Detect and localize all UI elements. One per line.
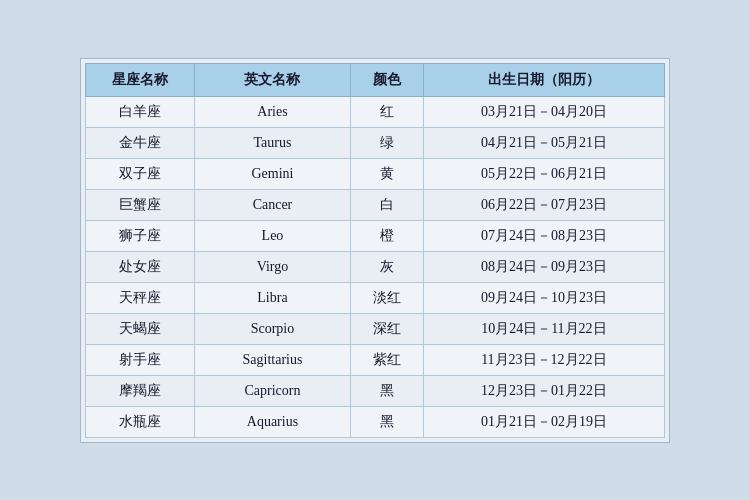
cell-chinese: 处女座: [86, 251, 195, 282]
cell-date: 10月24日－11月22日: [423, 313, 664, 344]
cell-chinese: 摩羯座: [86, 375, 195, 406]
zodiac-table: 星座名称 英文名称 颜色 出生日期（阳历） 白羊座Aries红03月21日－04…: [85, 63, 665, 438]
cell-date: 05月22日－06月21日: [423, 158, 664, 189]
cell-chinese: 白羊座: [86, 96, 195, 127]
cell-english: Leo: [194, 220, 351, 251]
cell-color: 白: [351, 189, 423, 220]
cell-english: Aquarius: [194, 406, 351, 437]
cell-date: 08月24日－09月23日: [423, 251, 664, 282]
cell-english: Taurus: [194, 127, 351, 158]
header-date: 出生日期（阳历）: [423, 63, 664, 96]
cell-chinese: 金牛座: [86, 127, 195, 158]
table-row: 水瓶座Aquarius黑01月21日－02月19日: [86, 406, 665, 437]
table-row: 摩羯座Capricorn黑12月23日－01月22日: [86, 375, 665, 406]
cell-english: Scorpio: [194, 313, 351, 344]
table-row: 白羊座Aries红03月21日－04月20日: [86, 96, 665, 127]
table-row: 金牛座Taurus绿04月21日－05月21日: [86, 127, 665, 158]
cell-english: Capricorn: [194, 375, 351, 406]
cell-color: 红: [351, 96, 423, 127]
cell-chinese: 狮子座: [86, 220, 195, 251]
cell-color: 黑: [351, 375, 423, 406]
header-chinese: 星座名称: [86, 63, 195, 96]
cell-color: 紫红: [351, 344, 423, 375]
cell-color: 黑: [351, 406, 423, 437]
cell-color: 淡红: [351, 282, 423, 313]
table-row: 天秤座Libra淡红09月24日－10月23日: [86, 282, 665, 313]
cell-english: Cancer: [194, 189, 351, 220]
cell-chinese: 射手座: [86, 344, 195, 375]
cell-chinese: 天蝎座: [86, 313, 195, 344]
cell-chinese: 双子座: [86, 158, 195, 189]
table-row: 处女座Virgo灰08月24日－09月23日: [86, 251, 665, 282]
cell-color: 深红: [351, 313, 423, 344]
table-row: 狮子座Leo橙07月24日－08月23日: [86, 220, 665, 251]
cell-chinese: 巨蟹座: [86, 189, 195, 220]
cell-date: 11月23日－12月22日: [423, 344, 664, 375]
cell-date: 01月21日－02月19日: [423, 406, 664, 437]
cell-color: 橙: [351, 220, 423, 251]
cell-color: 绿: [351, 127, 423, 158]
cell-english: Sagittarius: [194, 344, 351, 375]
cell-english: Gemini: [194, 158, 351, 189]
cell-date: 06月22日－07月23日: [423, 189, 664, 220]
cell-date: 03月21日－04月20日: [423, 96, 664, 127]
table-row: 天蝎座Scorpio深红10月24日－11月22日: [86, 313, 665, 344]
cell-chinese: 水瓶座: [86, 406, 195, 437]
table-row: 射手座Sagittarius紫红11月23日－12月22日: [86, 344, 665, 375]
table-header-row: 星座名称 英文名称 颜色 出生日期（阳历）: [86, 63, 665, 96]
zodiac-table-container: 星座名称 英文名称 颜色 出生日期（阳历） 白羊座Aries红03月21日－04…: [80, 58, 670, 443]
cell-date: 04月21日－05月21日: [423, 127, 664, 158]
header-english: 英文名称: [194, 63, 351, 96]
table-body: 白羊座Aries红03月21日－04月20日金牛座Taurus绿04月21日－0…: [86, 96, 665, 437]
header-color: 颜色: [351, 63, 423, 96]
cell-date: 09月24日－10月23日: [423, 282, 664, 313]
table-row: 双子座Gemini黄05月22日－06月21日: [86, 158, 665, 189]
table-row: 巨蟹座Cancer白06月22日－07月23日: [86, 189, 665, 220]
cell-color: 黄: [351, 158, 423, 189]
cell-color: 灰: [351, 251, 423, 282]
cell-date: 07月24日－08月23日: [423, 220, 664, 251]
cell-english: Virgo: [194, 251, 351, 282]
cell-english: Libra: [194, 282, 351, 313]
cell-english: Aries: [194, 96, 351, 127]
cell-date: 12月23日－01月22日: [423, 375, 664, 406]
cell-chinese: 天秤座: [86, 282, 195, 313]
